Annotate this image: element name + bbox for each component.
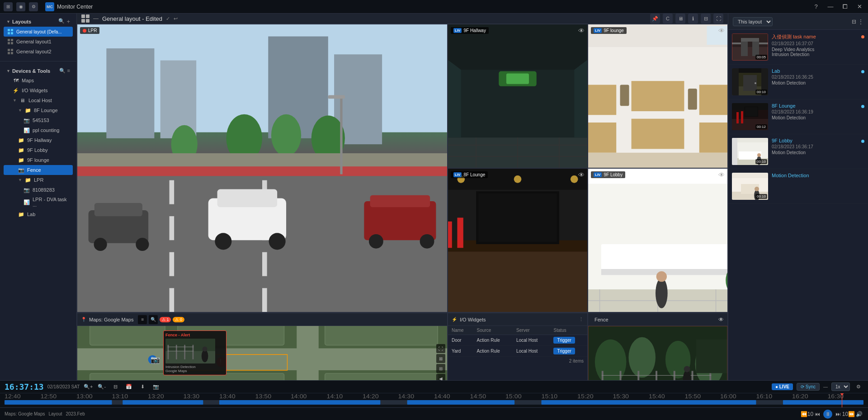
io-col-server: Server xyxy=(513,326,550,335)
sidebar-item-maps[interactable]: 🗺 Maps xyxy=(4,76,73,85)
help-icon[interactable]: ? xyxy=(811,2,821,12)
next-frame-btn[interactable]: ⏭ xyxy=(834,410,843,419)
layout-btn[interactable]: ⊟ xyxy=(701,14,711,24)
play-pause-btn[interactable]: ⏸ xyxy=(823,410,832,419)
sync-btn[interactable]: ⟳ Sync xyxy=(797,383,820,391)
svg-point-152 xyxy=(684,366,690,373)
screenshot-btn[interactable]: 📷 xyxy=(151,382,161,392)
volume-btn[interactable]: 🔊 xyxy=(854,410,863,419)
close-icon[interactable]: ✕ xyxy=(854,2,864,12)
list-icon[interactable]: ≡ xyxy=(67,68,70,74)
settings-app-icon[interactable]: ⚙ xyxy=(29,2,38,11)
eye-icon-hallway[interactable]: 👁 xyxy=(578,27,585,34)
svg-rect-175 xyxy=(745,107,758,116)
eye-icon-lobby[interactable]: 👁 xyxy=(718,171,725,179)
map-collapse-btn[interactable]: ◀ xyxy=(436,374,445,380)
sidebar-item-local-host[interactable]: ▼ 🖥 Local Host xyxy=(4,95,73,105)
pin-btn[interactable]: 📌 xyxy=(650,14,660,24)
trigger-btn-door[interactable]: Trigger xyxy=(553,337,575,344)
grid-app-icon[interactable]: ⊞ xyxy=(4,2,13,11)
sidebar-item-ppl-counting[interactable]: 📊 ppl counting xyxy=(4,125,73,135)
speed-sep: — xyxy=(823,384,828,389)
layouts-section-header[interactable]: ▼ Layouts 🔍 + xyxy=(4,16,73,27)
map-shrink-btn[interactable]: ⊠ xyxy=(436,354,445,363)
svg-point-107 xyxy=(656,271,667,282)
svg-point-42 xyxy=(420,234,434,249)
more-btn[interactable]: ⋮ xyxy=(858,19,863,25)
trigger-btn-yard[interactable]: Trigger xyxy=(553,348,575,354)
layout-filter-select[interactable]: This layout All xyxy=(733,17,773,26)
rewind-10-btn[interactable]: ⏪10 xyxy=(802,410,811,419)
map-alert-badge: ⚠ 1 xyxy=(160,317,171,322)
sidebar-item-fence[interactable]: 📷 Fence xyxy=(4,165,73,175)
alert-item-1[interactable]: 00:05 入侵偵測 task name 02/18/2023 16:37:07… xyxy=(728,30,868,65)
sidebar-item-io-widgets[interactable]: ⚡ I/O Widgets xyxy=(4,85,73,95)
sidebar-item-lpr[interactable]: ▼ 📁 LPR xyxy=(4,175,73,185)
svg-text:14:40: 14:40 xyxy=(434,393,450,400)
eye-icon-8fl[interactable]: 👁 xyxy=(578,171,585,179)
eye-icon-fence-panel[interactable]: 👁 xyxy=(718,316,724,323)
sidebar-item-9f-hallway[interactable]: 📁 9F Hallway xyxy=(4,135,73,145)
eye-icon-lounge[interactable]: 👁 xyxy=(718,27,725,34)
analytics-icon-lpr: 📊 xyxy=(24,199,30,205)
server-icon: 🖥 xyxy=(19,97,26,104)
timeline-track[interactable]: 12:40 12:50 13:00 13:10 13:20 13:30 13:4… xyxy=(0,393,868,407)
alert-time-3: 02/18/2023 16:36:19 xyxy=(772,109,858,114)
speed-select[interactable]: 1x 2x 4x xyxy=(831,382,850,391)
alert-item-4[interactable]: 00:10 9F Lobby 02/18/2023 16:36:17 Motio… xyxy=(728,134,868,169)
9f-hallway-label: LIV 9F Hallway xyxy=(451,27,489,34)
alert-item-2[interactable]: 00:10 Lab 02/18/2023 16:36:25 Motion Det… xyxy=(728,65,868,99)
map-fullscreen-btn[interactable]: ⛶ xyxy=(436,344,445,353)
sidebar-item-545153[interactable]: 📷 545153 xyxy=(4,115,73,125)
sidebar-item-general-default[interactable]: General layout (Defa... xyxy=(4,27,73,37)
monitor-icon-btn[interactable]: 🖥 xyxy=(675,14,685,24)
alert-item-3[interactable]: 00:12 8F Lounge 02/18/2023 16:36:19 Moti… xyxy=(728,99,868,134)
video-cell-8f-lounge: LIV 8F Lounge 👁 xyxy=(448,168,588,312)
camera-switch-btn[interactable]: C xyxy=(663,14,673,24)
info-btn[interactable]: ℹ xyxy=(688,14,698,24)
undo-icon[interactable]: ↩ xyxy=(174,16,178,22)
devices-section-header[interactable]: ▼ Devices & Tools 🔍 ≡ xyxy=(4,66,73,76)
io-menu-icon[interactable]: ⋮ xyxy=(579,316,584,322)
camera-app-icon[interactable]: ◉ xyxy=(16,2,25,11)
sidebar-item-81089283[interactable]: 📷 81089283 xyxy=(4,185,73,195)
search-devices-icon[interactable]: 🔍 xyxy=(59,68,66,74)
map-search-btn[interactable]: 🔍 xyxy=(149,315,158,324)
alert-item-5[interactable]: 00:10 Motion Detection xyxy=(728,169,868,204)
calendar-btn[interactable]: 📅 xyxy=(124,382,134,392)
sidebar-item-general1[interactable]: General layout1 xyxy=(4,37,73,47)
sidebar-item-lpr-dva[interactable]: 📊 LPR - DVA task ... xyxy=(4,195,73,209)
zoom-in-btn[interactable]: 🔍+ xyxy=(83,382,93,392)
layout-grid-icon-header xyxy=(81,14,90,23)
layout-grid-icon xyxy=(7,28,14,35)
sidebar-item-9f-lounge[interactable]: 📁 9F lounge xyxy=(4,155,73,165)
svg-rect-24 xyxy=(170,252,175,276)
zoom-out-btn[interactable]: 🔍- xyxy=(97,382,107,392)
right-sidebar: This layout All ⊟ ⋮ xyxy=(728,14,868,380)
minimize-icon[interactable]: — xyxy=(826,2,835,12)
popup-location: Google Maps xyxy=(165,369,224,373)
add-icon[interactable]: + xyxy=(66,18,70,25)
forward-10-btn[interactable]: 10⏩ xyxy=(844,410,853,419)
svg-rect-28 xyxy=(262,252,267,276)
sidebar-item-general2[interactable]: General layout2 xyxy=(4,47,73,57)
sidebar-item-9f-lobby[interactable]: 📁 9F Lobby xyxy=(4,145,73,155)
fullscreen-btn[interactable]: ⛶ xyxy=(713,14,723,24)
sidebar-item-8f-lounge[interactable]: ▼ 📁 8F Lounge xyxy=(4,105,73,115)
filter-timeline-btn[interactable]: ⊟ xyxy=(110,382,120,392)
map-content[interactable]: Sandong Rd Golf Rd ! xyxy=(77,326,447,380)
layout-header-actions: 📌 C 🖥 ℹ ⊟ ⛶ xyxy=(650,14,723,24)
check-icon: ✓ xyxy=(166,16,170,22)
svg-rect-1 xyxy=(11,29,13,31)
svg-point-188 xyxy=(755,187,759,191)
restore-icon[interactable]: ⧠ xyxy=(840,2,850,12)
settings-tl-btn[interactable]: ⚙ xyxy=(854,382,863,392)
map-menu-btn[interactable]: ≡ xyxy=(138,315,147,324)
sidebar-item-lab[interactable]: 📁 Lab xyxy=(4,209,73,219)
search-icon[interactable]: 🔍 xyxy=(58,18,65,25)
alert-thumb-4: 00:10 xyxy=(732,138,768,165)
download-btn[interactable]: ⬇ xyxy=(137,382,147,392)
prev-frame-btn[interactable]: ⏮ xyxy=(813,410,822,419)
map-expand-btn[interactable]: ⊞ xyxy=(436,364,445,373)
filter-btn[interactable]: ⊟ xyxy=(852,19,856,25)
